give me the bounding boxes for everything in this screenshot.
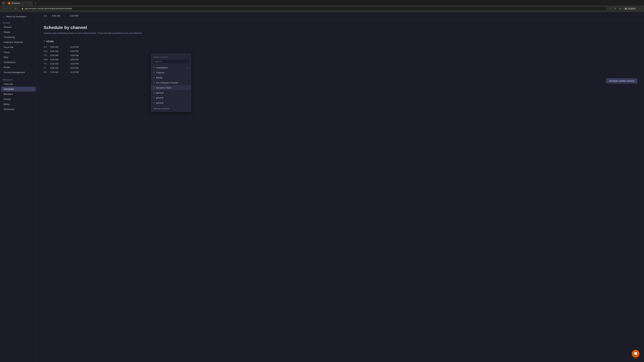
schedule-day: Fri	[44, 66, 50, 70]
sidebar-item-focus-bar[interactable]: Focus Bar	[1, 45, 36, 50]
schedule-end-time: 6:00 PM	[70, 66, 86, 70]
dropdown-hash-icon: #	[154, 66, 155, 69]
sidebar-item-schedules[interactable]: Schedules	[1, 87, 36, 91]
sidebar-item-general[interactable]: General	[1, 25, 36, 29]
sidebar-item-billing[interactable]: Billing	[1, 102, 36, 107]
schedule-row: Mon 9:00 AM - 6:00 PM	[44, 49, 86, 53]
sidebar-item-privacy[interactable]: Privacy	[1, 97, 36, 102]
bookmark-button[interactable]: ☆	[608, 6, 612, 11]
workspace-section-title: Workspace	[0, 77, 37, 81]
app-container: ← Return to workspace Account General Ri…	[0, 12, 644, 362]
channel-hash-icon: #	[44, 40, 45, 43]
toolbar-actions: ☆ ⬇ ⧉ 🕵 Incognito ⋮	[608, 6, 642, 11]
channel-name: Middle	[46, 40, 54, 43]
dropdown-channel-item[interactable]: # general	[151, 95, 191, 100]
address-bar[interactable]: 🔒 app.sunsama.com/group/moodjoy/settings…	[19, 6, 606, 10]
split-view-button[interactable]: ⧉	[618, 6, 622, 11]
dropdown-hash-icon: #	[154, 76, 155, 79]
manage-channels-link[interactable]: Manage channels	[151, 106, 191, 110]
schedule-start-time: 9:00 AM	[50, 45, 66, 49]
sidebar-item-focus[interactable]: Focus	[1, 50, 36, 55]
schedule-day: Sat	[44, 70, 50, 74]
tab-bar: ‹ S Sunsama × +	[0, 0, 644, 5]
sidebar-item-timeboxing[interactable]: Timeboxing	[1, 35, 36, 39]
forward-button[interactable]: ›	[8, 6, 12, 11]
schedule-end-time: 6:15 PM	[70, 70, 86, 74]
tab-favicon: S	[8, 2, 10, 4]
schedule-start-time: 9:00 AM	[50, 57, 66, 62]
schedule-row: Thu 9:00 AM - 6:00 PM	[44, 62, 86, 66]
schedule-another-channel-button[interactable]: Schedule another channel	[606, 78, 637, 83]
schedule-day: Mon	[44, 49, 50, 53]
dropdown-hash-icon: #	[154, 81, 155, 84]
schedule-table: Sun 9:00 AM - 6:15 PM Mon 9:00 AM - 6:00…	[44, 45, 86, 74]
back-button[interactable]: ‹	[2, 6, 6, 11]
dropdown-search-input[interactable]	[153, 59, 189, 64]
dropdown-channel-item[interactable]: # Sunsama Tasks	[151, 85, 191, 90]
back-arrow-icon: ←	[3, 15, 5, 18]
dropdown-channel-item[interactable]: # Our designers channel	[151, 80, 191, 85]
schedule-day: Sun	[44, 45, 50, 49]
dropdown-items-list: # Unassigned ✓ # Channel # Middle # Our …	[151, 65, 191, 105]
dropdown-hash-icon: #	[154, 71, 155, 74]
schedule-separator: -	[66, 70, 70, 74]
schedule-day: Wed	[44, 57, 50, 62]
refresh-button[interactable]: ↻	[14, 6, 18, 11]
sidebar-item-beta[interactable]: Beta	[1, 55, 36, 60]
tab-close-button[interactable]: ×	[30, 2, 31, 4]
schedule-start-time: 9:00 AM	[50, 49, 66, 53]
account-section-title: Account	[0, 20, 37, 24]
content-area: Schedule by channel Controls auto-schedu…	[37, 20, 644, 88]
dropdown-item-label: Our designers channel	[156, 81, 178, 84]
dropdown-label: Assign to channel:	[151, 55, 191, 59]
sidebar-item-channels[interactable]: Channels	[1, 82, 36, 86]
schedule-end-time: 6:00 PM	[70, 49, 86, 53]
lock-icon: 🔒	[21, 7, 24, 10]
sidebar: ← Return to workspace Account General Ri…	[0, 12, 37, 362]
dropdown-channel-item[interactable]: # general	[151, 100, 191, 105]
schedule-separator: -	[66, 45, 70, 49]
new-tab-button[interactable]: +	[34, 1, 38, 5]
sidebar-item-members[interactable]: Members	[1, 92, 36, 96]
schedule-row: Tue 9:00 AM - 6:00 PM	[44, 53, 86, 57]
action-row: Schedule another channel	[44, 78, 637, 83]
incognito-label: Incognito	[628, 7, 635, 9]
return-link-label: Return to workspace	[6, 15, 26, 18]
dropdown-hash-icon: #	[154, 96, 155, 99]
schedule-end-time: 6:00 PM	[70, 57, 86, 62]
dropdown-channel-item[interactable]: # Channel	[151, 70, 191, 75]
schedule-separator: -	[66, 62, 70, 66]
browser-toolbar: ‹ › ↻ 🔒 app.sunsama.com/group/moodjoy/se…	[0, 5, 644, 12]
channel-assign-dropdown[interactable]: Assign to channel: # Unassigned ✓ # Chan…	[151, 53, 191, 112]
download-button[interactable]: ⬇	[613, 6, 617, 11]
tab-nav-prev[interactable]: ‹	[1, 1, 5, 5]
sidebar-item-keyboard-shortcuts[interactable]: Keyboard Shortcuts	[1, 40, 36, 44]
chat-fab-button[interactable]: 💬	[632, 350, 639, 357]
section-description: Controls auto-scheduling times on a per-…	[44, 31, 637, 35]
dropdown-channel-item[interactable]: # Middle	[151, 75, 191, 80]
sidebar-item-profile[interactable]: Profile	[1, 65, 36, 70]
channel-header: # Middle	[44, 40, 637, 43]
top-bar-day: Sat	[44, 14, 49, 17]
dropdown-item-label: general	[156, 91, 163, 94]
schedule-day: Tue	[44, 53, 50, 57]
dropdown-hash-icon: #	[154, 86, 155, 89]
dropdown-channel-item[interactable]: # Unassigned ✓	[151, 65, 191, 70]
schedule-end-time: 6:00 PM	[70, 53, 86, 57]
sidebar-item-notifications[interactable]: Notifications	[1, 60, 36, 65]
dropdown-channel-item[interactable]: # general	[151, 90, 191, 95]
menu-button[interactable]: ⋮	[638, 6, 642, 11]
incognito-button[interactable]: 🕵 Incognito	[623, 7, 637, 10]
dropdown-check-icon: ✓	[187, 66, 189, 69]
dropdown-hash-icon: #	[154, 101, 155, 104]
active-tab[interactable]: S Sunsama ×	[6, 1, 33, 5]
sidebar-item-rituals[interactable]: Rituals	[1, 30, 36, 34]
return-to-workspace-link[interactable]: ← Return to workspace	[0, 14, 37, 20]
sidebar-item-account-management[interactable]: Account Management	[1, 70, 36, 75]
sidebar-item-workspace[interactable]: Workspace	[1, 107, 36, 112]
schedule-separator: -	[66, 49, 70, 53]
schedule-end-time: 6:00 PM	[70, 62, 86, 66]
schedule-day: Thu	[44, 62, 50, 66]
schedule-start-time: 9:00 AM	[50, 53, 66, 57]
dropdown-item-label: general	[156, 102, 163, 104]
